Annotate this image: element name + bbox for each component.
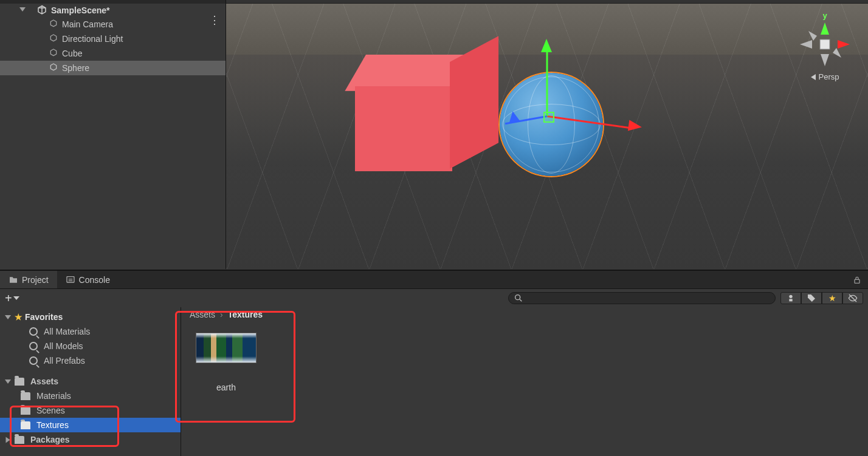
hierarchy-item-sphere[interactable]: Sphere [0, 61, 226, 75]
chevron-right-icon: › [220, 310, 223, 319]
tree-favorites[interactable]: ★ Favorites [0, 310, 181, 324]
project-toolbar: + ★ [0, 289, 868, 307]
tab-console[interactable]: Console [57, 271, 119, 288]
svg-marker-4 [808, 31, 817, 41]
scene-root-row[interactable]: SampleScene* ⋮ [0, 4, 226, 17]
folder-icon [21, 392, 30, 400]
svg-point-9 [515, 295, 520, 300]
texture-thumbnail [196, 333, 257, 363]
svg-rect-11 [789, 299, 792, 301]
search-field[interactable] [523, 294, 770, 303]
tree-assets[interactable]: Assets [0, 374, 181, 389]
tree-label: Textures [36, 420, 69, 430]
breadcrumb-root[interactable]: Assets [190, 310, 215, 319]
search-icon [29, 342, 38, 350]
hierarchy-item-cube[interactable]: Cube [0, 46, 226, 61]
project-panel: Project Console + [0, 270, 868, 456]
asset-item-earth[interactable]: earth [190, 333, 263, 392]
tab-label: Project [22, 275, 49, 285]
tree-label: All Materials [44, 327, 90, 336]
tab-project[interactable]: Project [0, 271, 57, 288]
tab-label: Console [79, 275, 110, 285]
hierarchy-item-label: Sphere [62, 63, 89, 73]
kebab-menu-icon[interactable]: ⋮ [209, 13, 221, 27]
project-tree: ★ Favorites All Materials All Models All… [0, 307, 181, 456]
tree-label: Assets [30, 376, 58, 386]
gameobject-icon [49, 33, 58, 45]
folder-icon [15, 378, 24, 386]
panel-tabs: Project Console [0, 271, 868, 289]
tree-label: Materials [36, 391, 71, 401]
hierarchy-item-directional-light[interactable]: Directional Light [0, 32, 226, 46]
filter-by-label-button[interactable] [801, 292, 822, 304]
svg-point-10 [789, 295, 792, 298]
asset-label: earth [190, 383, 263, 392]
star-icon: ★ [15, 312, 22, 322]
folder-icon [15, 436, 24, 444]
hidden-packages-button[interactable] [842, 292, 863, 304]
tree-label: Scenes [36, 406, 65, 415]
chevron-down-icon [13, 296, 19, 300]
save-search-button[interactable]: ★ [822, 292, 842, 304]
foldout-icon[interactable] [19, 7, 26, 12]
gameobject-icon [49, 48, 58, 60]
tree-favorite-all-prefabs[interactable]: All Prefabs [0, 353, 181, 368]
hierarchy-item-label: Cube [62, 49, 82, 58]
lock-icon[interactable] [846, 271, 868, 288]
svg-rect-8 [855, 279, 859, 283]
axis-label-y: y [791, 11, 858, 20]
search-icon [514, 293, 523, 303]
asset-grid-area: Assets › Textures earth [181, 307, 868, 456]
tree-label: Packages [30, 435, 70, 444]
eye-off-icon [848, 293, 858, 303]
breadcrumb: Assets › Textures [181, 307, 868, 322]
scene-view[interactable]: y Persp [226, 0, 868, 269]
svg-marker-0 [821, 22, 829, 35]
tree-packages[interactable]: Packages [0, 432, 181, 447]
tag-icon [807, 293, 816, 303]
orientation-gizmo[interactable]: y Persp [791, 11, 858, 84]
svg-rect-6 [820, 39, 830, 49]
search-icon [29, 356, 38, 365]
svg-marker-2 [838, 40, 850, 49]
tree-folder-scenes[interactable]: Scenes [0, 403, 181, 418]
hierarchy-item-main-camera[interactable]: Main Camera [0, 17, 226, 32]
filter-icon [786, 293, 796, 303]
search-input[interactable] [508, 292, 776, 304]
foldout-icon[interactable] [5, 379, 11, 384]
search-icon [29, 327, 38, 336]
foldout-icon[interactable] [5, 315, 11, 319]
tree-label: All Models [44, 341, 83, 351]
gameobject-icon [49, 19, 58, 30]
svg-marker-5 [833, 48, 841, 58]
tree-folder-materials[interactable]: Materials [0, 389, 181, 403]
svg-marker-1 [800, 40, 812, 49]
foldout-icon[interactable] [6, 437, 10, 443]
tree-label: All Prefabs [44, 356, 85, 366]
hierarchy-panel: SampleScene* ⋮ Main Camera Directional L… [0, 0, 226, 269]
hierarchy-item-label: Main Camera [62, 19, 113, 29]
scene-object-sphere[interactable] [500, 73, 603, 176]
gameobject-icon [49, 63, 58, 74]
unity-icon [36, 5, 47, 16]
tree-label: Favorites [25, 312, 63, 322]
create-asset-button[interactable]: + [5, 292, 19, 304]
plus-icon: + [5, 292, 12, 304]
scene-object-cube[interactable] [366, 55, 487, 176]
breadcrumb-current: Textures [228, 310, 263, 319]
folder-icon [21, 407, 30, 415]
console-icon [66, 275, 75, 285]
tree-folder-textures[interactable]: Textures [0, 418, 181, 432]
tree-favorite-all-materials[interactable]: All Materials [0, 324, 181, 339]
projection-mode[interactable]: Persp [791, 72, 858, 81]
svg-marker-3 [821, 54, 829, 66]
tree-favorite-all-models[interactable]: All Models [0, 339, 181, 353]
filter-by-type-button[interactable] [780, 292, 801, 304]
folder-icon [21, 421, 30, 429]
folder-icon [9, 275, 18, 285]
star-icon: ★ [828, 293, 836, 303]
hierarchy-item-label: Directional Light [62, 34, 123, 44]
